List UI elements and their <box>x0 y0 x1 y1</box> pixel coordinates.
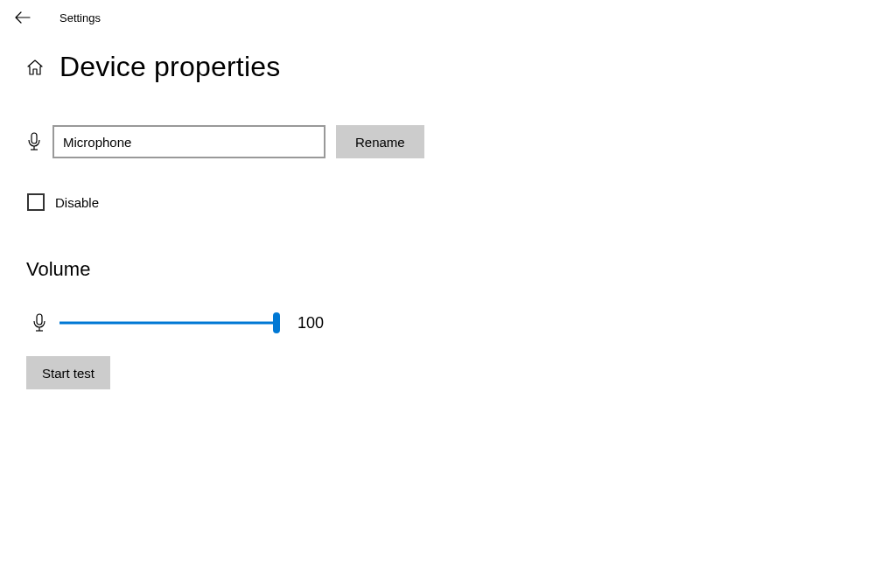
microphone-icon <box>26 132 42 151</box>
volume-value: 100 <box>298 314 324 332</box>
home-icon[interactable] <box>26 59 44 76</box>
svg-rect-3 <box>37 314 42 325</box>
slider-thumb[interactable] <box>273 312 280 333</box>
device-name-input[interactable] <box>52 125 326 158</box>
slider-track <box>60 322 280 325</box>
volume-slider[interactable] <box>60 312 280 333</box>
start-test-button[interactable]: Start test <box>26 356 110 389</box>
disable-checkbox[interactable] <box>27 193 45 211</box>
disable-label: Disable <box>55 195 99 210</box>
volume-heading: Volume <box>26 258 870 281</box>
page-title: Device properties <box>60 51 280 83</box>
rename-button[interactable]: Rename <box>336 125 424 158</box>
breadcrumb: Settings <box>60 11 101 24</box>
back-button[interactable] <box>14 9 32 26</box>
microphone-icon <box>32 313 47 332</box>
arrow-left-icon <box>15 11 31 24</box>
svg-rect-0 <box>32 133 37 144</box>
